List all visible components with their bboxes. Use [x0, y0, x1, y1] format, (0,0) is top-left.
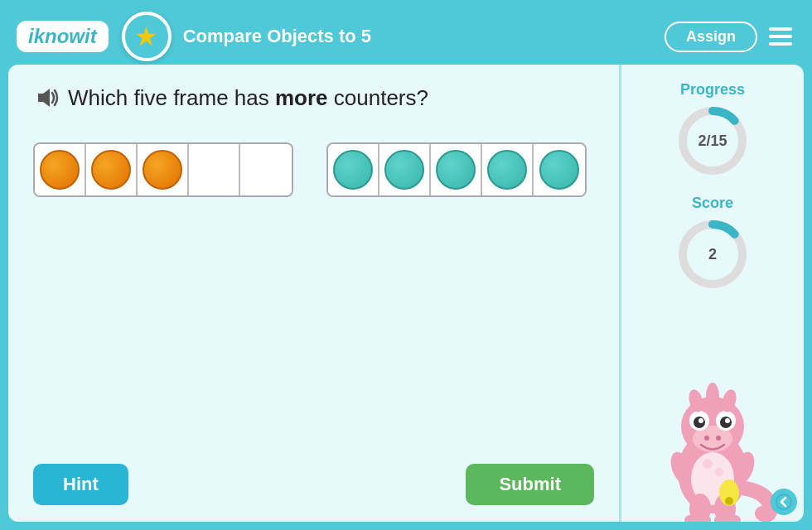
menu-button[interactable] [766, 24, 795, 49]
progress-label: Progress [680, 81, 745, 99]
left-panel: Which five frame has more counters? [8, 65, 619, 522]
frame-left[interactable] [33, 142, 293, 197]
counter-teal [539, 150, 579, 190]
svg-point-14 [704, 436, 709, 441]
counter-orange [91, 150, 131, 190]
svg-point-17 [706, 383, 719, 409]
question-row: Which five frame has more counters? [33, 84, 594, 111]
question-suffix: counters? [328, 85, 428, 110]
counter-teal [384, 150, 424, 190]
submit-button[interactable]: Submit [466, 464, 594, 505]
bottom-bar: Hint Submit [33, 464, 594, 505]
svg-point-29 [725, 497, 733, 505]
star-icon: ★ [134, 23, 158, 50]
svg-point-30 [776, 494, 791, 509]
back-button[interactable] [771, 489, 797, 515]
sound-button[interactable] [33, 84, 60, 111]
score-label: Score [692, 195, 733, 212]
logo-text: iknowit [28, 25, 97, 48]
sound-icon [33, 84, 60, 111]
svg-point-26 [703, 459, 713, 469]
back-arrow-icon [776, 494, 792, 510]
cell-r3 [431, 144, 482, 195]
main-content: Which five frame has more counters? [8, 65, 804, 522]
svg-point-15 [716, 436, 721, 441]
score-value: 2 [708, 246, 717, 263]
frame-right[interactable] [326, 142, 587, 197]
cell-r1 [328, 144, 379, 195]
progress-circle: 2/15 [675, 104, 750, 178]
question-prefix: Which five frame has [68, 85, 275, 110]
counter-orange [143, 150, 182, 190]
counter-teal [436, 150, 476, 190]
mascot [646, 364, 779, 522]
counter-teal [487, 150, 527, 190]
lesson-title: Compare Objects to 5 [183, 26, 665, 47]
menu-line-1 [769, 27, 792, 31]
menu-line-3 [769, 42, 792, 46]
question-bold: more [275, 85, 328, 110]
score-circle: 2 [675, 217, 750, 292]
menu-line-2 [769, 35, 792, 38]
svg-point-27 [715, 468, 723, 476]
counter-orange [40, 150, 80, 190]
cell-r4 [482, 144, 534, 195]
cell-r5 [534, 144, 585, 195]
header-actions: Assign [665, 22, 795, 52]
svg-marker-0 [38, 89, 50, 107]
progress-section: Progress 2/15 [675, 81, 750, 178]
cell-l1 [35, 144, 86, 195]
svg-point-13 [725, 418, 730, 423]
counter-teal [333, 150, 373, 190]
question-text: Which five frame has more counters? [68, 85, 428, 111]
progress-value: 2/15 [698, 132, 727, 150]
frames-row [33, 142, 594, 197]
right-panel: Progress 2/15 Score 2 [621, 65, 804, 522]
star-badge: ★ [122, 12, 172, 61]
score-section: Score 2 [675, 195, 750, 292]
svg-point-12 [698, 418, 703, 423]
header: iknowit ★ Compare Objects to 5 Assign [8, 8, 804, 65]
cell-l4 [189, 144, 240, 195]
logo: iknowit [17, 21, 109, 52]
hint-button[interactable]: Hint [33, 464, 128, 505]
cell-l2 [86, 144, 138, 195]
cell-r2 [379, 144, 431, 195]
cell-l5 [240, 144, 292, 195]
mascot-svg [646, 364, 779, 522]
assign-button[interactable]: Assign [665, 22, 757, 52]
cell-l3 [138, 144, 189, 195]
